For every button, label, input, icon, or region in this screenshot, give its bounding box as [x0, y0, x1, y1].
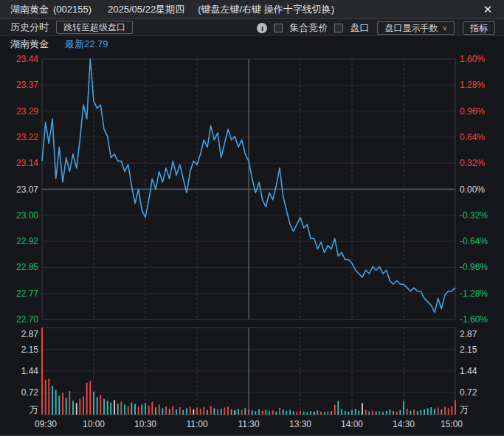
intraday-chart-window: 湖南黄金 (002155) 2025/05/22星期四 (键盘左键/右键 操作十…	[0, 0, 504, 436]
intraday-price-volume-chart[interactable]	[0, 0, 504, 436]
